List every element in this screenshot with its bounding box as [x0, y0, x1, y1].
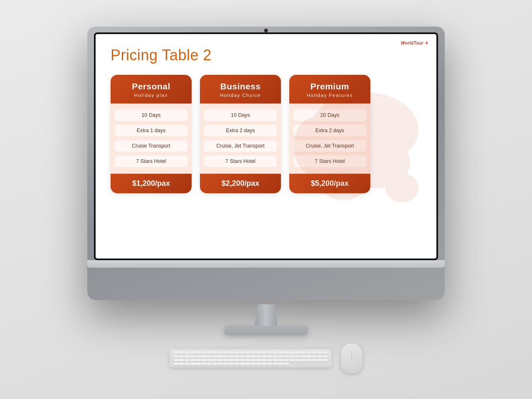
key	[268, 362, 273, 365]
key	[201, 355, 206, 358]
monitor-chin	[87, 260, 445, 268]
key	[179, 355, 184, 358]
business-feature-3: Cruise, Jet Transport	[204, 140, 277, 152]
key	[245, 362, 250, 365]
key	[201, 351, 206, 354]
key	[306, 351, 311, 354]
key	[240, 351, 245, 354]
key	[229, 351, 234, 354]
key	[190, 359, 195, 362]
key	[179, 351, 184, 354]
key	[317, 359, 322, 362]
key	[174, 351, 179, 354]
webcam	[264, 29, 268, 32]
key	[323, 351, 328, 354]
key	[251, 351, 256, 354]
key	[190, 355, 195, 358]
key	[306, 355, 311, 358]
key	[284, 359, 289, 362]
key	[201, 362, 206, 365]
key	[251, 362, 256, 365]
logo: WorldTour ✦	[401, 40, 429, 46]
key	[174, 359, 179, 362]
key	[268, 359, 273, 362]
key	[218, 362, 223, 365]
key	[262, 359, 267, 362]
personal-features: 10 Days Extra 1 days Cruise Transport 7 …	[111, 103, 192, 170]
key	[212, 359, 217, 362]
business-plan-name: Business	[204, 81, 277, 91]
keyboard[interactable]	[170, 349, 332, 367]
personal-feature-4: 7 Stars Hotel	[115, 155, 187, 167]
business-feature-1: 10 Days	[204, 109, 277, 121]
business-plan-subtitle: Holiday Choice	[204, 93, 277, 98]
key	[207, 359, 212, 362]
key	[300, 355, 305, 358]
key	[212, 351, 217, 354]
key	[190, 362, 195, 365]
monitor: WorldTour ✦ Pricing Table 2 Personal Hol…	[87, 26, 445, 300]
key	[190, 351, 195, 354]
key	[278, 362, 283, 365]
key	[185, 351, 190, 354]
key	[185, 359, 190, 362]
key	[300, 351, 305, 354]
key	[300, 359, 305, 362]
key	[240, 362, 245, 365]
key	[268, 355, 273, 358]
key	[256, 362, 261, 365]
key	[312, 359, 317, 362]
key	[273, 359, 278, 362]
monitor-stand-neck	[253, 304, 279, 326]
key	[290, 359, 295, 362]
key	[174, 355, 179, 358]
business-card-header: Business Holiday Choice	[200, 75, 281, 103]
keyboard-keys	[174, 351, 328, 365]
key	[290, 355, 295, 358]
key	[273, 362, 278, 365]
key	[278, 359, 283, 362]
key	[234, 362, 239, 365]
key	[273, 355, 278, 358]
key	[179, 359, 184, 362]
mouse-divider	[352, 352, 352, 359]
key	[234, 355, 239, 358]
key	[312, 351, 317, 354]
personal-price: $1,200/pax	[111, 174, 192, 193]
key	[207, 362, 212, 365]
key	[256, 359, 261, 362]
key	[223, 362, 228, 365]
key	[196, 362, 201, 365]
key	[223, 351, 228, 354]
key	[306, 359, 311, 362]
personal-feature-2: Extra 1 days	[115, 125, 187, 136]
key	[251, 355, 256, 358]
key	[262, 351, 267, 354]
key	[196, 355, 201, 358]
key	[262, 362, 267, 365]
key	[196, 351, 201, 354]
key	[262, 355, 267, 358]
key	[223, 355, 228, 358]
key	[323, 355, 328, 358]
key	[185, 362, 190, 365]
business-features: 10 Days Extra 2 days Cruise, Jet Transpo…	[200, 103, 281, 170]
key	[212, 355, 217, 358]
key	[234, 359, 239, 362]
key	[201, 359, 206, 362]
slide: WorldTour ✦ Pricing Table 2 Personal Hol…	[96, 34, 436, 259]
key	[312, 355, 317, 358]
svg-point-4	[385, 173, 419, 202]
personal-plan-card: Personal Holiday plan 10 Days Extra 1 da…	[111, 75, 192, 193]
key	[174, 362, 179, 365]
key	[245, 355, 250, 358]
key	[218, 351, 223, 354]
mouse[interactable]	[341, 343, 362, 373]
key	[196, 359, 201, 362]
key	[229, 355, 234, 358]
business-feature-4: 7 Stars Hotel	[204, 155, 277, 167]
personal-plan-name: Personal	[115, 81, 187, 91]
key	[229, 362, 234, 365]
scene: WorldTour ✦ Pricing Table 2 Personal Hol…	[0, 0, 532, 399]
personal-feature-1: 10 Days	[115, 109, 187, 121]
